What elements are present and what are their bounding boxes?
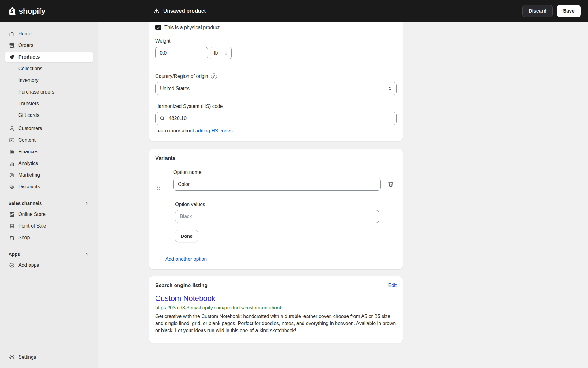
hs-code-label: Harmonized System (HS) code (155, 104, 397, 109)
sidebar-item-settings[interactable]: Settings (5, 352, 93, 362)
finances-bank-icon (9, 149, 15, 155)
sidebar-item-label: Customers (18, 126, 42, 131)
home-icon (9, 31, 15, 37)
sidebar-item-label: Online Store (18, 212, 46, 217)
sidebar-item-label: Settings (18, 355, 36, 360)
origin-select[interactable]: United States (155, 82, 397, 95)
topbar: shopify Unsaved product Discard Save (0, 0, 588, 22)
sidebar-item-content[interactable]: Content (5, 135, 93, 145)
seo-header: Search engine listing Edit (155, 282, 397, 289)
hs-codes-link[interactable]: adding HS codes (195, 128, 233, 133)
physical-product-checkbox[interactable] (155, 25, 161, 30)
main-area: This is a physical product Weight lb Cou… (98, 22, 588, 368)
option-name-input[interactable] (173, 178, 381, 191)
variant-option-row: Option name (155, 170, 397, 242)
sidebar-item-online-store[interactable]: Online Store (5, 209, 93, 220)
weight-unit-select[interactable]: lb (210, 47, 232, 59)
add-another-option-label: Add another option (165, 256, 207, 262)
seo-title: Search engine listing (155, 282, 208, 289)
unsaved-status: Unsaved product (153, 8, 206, 14)
drag-handle-icon[interactable] (155, 185, 161, 191)
sales-channels-header[interactable]: Sales channels (4, 198, 94, 208)
discard-button[interactable]: Discard (522, 5, 553, 17)
option-value-input[interactable] (175, 210, 379, 223)
sidebar-item-marketing[interactable]: Marketing (5, 170, 93, 180)
apps-header[interactable]: Apps (4, 249, 94, 259)
origin-label: Country/Region of origin (155, 74, 208, 79)
sidebar-item-gift-cards[interactable]: Gift cards (5, 110, 93, 121)
sidebar-item-collections[interactable]: Collections (5, 63, 93, 74)
shopify-logo[interactable]: shopify (7, 6, 45, 16)
sidebar-item-add-apps[interactable]: Add apps (5, 260, 93, 270)
option-fields: Option name (173, 170, 397, 242)
trash-icon (387, 181, 394, 188)
sidebar-item-inventory[interactable]: Inventory (5, 75, 93, 86)
sidebar-item-label: Purchase orders (18, 89, 54, 95)
physical-product-label: This is a physical product (164, 25, 220, 30)
sidebar-item-label: Orders (18, 43, 33, 48)
seo-card: Search engine listing Edit Custom Notebo… (149, 276, 403, 343)
option-name-row (173, 178, 397, 191)
origin-select-value: United States (160, 86, 190, 91)
select-updown-icon (223, 50, 229, 56)
seo-preview-page-title[interactable]: Custom Notebook (155, 294, 215, 303)
sidebar-item-point-of-sale[interactable]: Point of Sale (5, 221, 93, 231)
add-another-option-button[interactable]: Add another option (157, 256, 207, 262)
sidebar-item-purchase-orders[interactable]: Purchase orders (5, 87, 93, 97)
sidebar-item-analytics[interactable]: Analytics (5, 158, 93, 169)
save-button[interactable]: Save (557, 5, 581, 17)
hs-code-input[interactable] (155, 112, 397, 125)
orders-icon (9, 42, 15, 48)
sidebar-item-label: Shop (18, 235, 30, 240)
option-name-label: Option name (173, 170, 397, 175)
product-form-column: This is a physical product Weight lb Cou… (149, 22, 403, 355)
sidebar-item-label: Home (18, 31, 32, 36)
plus-icon (157, 256, 163, 262)
chevron-right-icon (84, 201, 89, 206)
delete-option-button[interactable] (387, 181, 394, 188)
online-store-icon (9, 211, 15, 217)
sidebar-item-customers[interactable]: Customers (5, 123, 93, 134)
products-tag-icon (9, 54, 15, 60)
settings-gear-icon (9, 354, 15, 360)
shopify-bag-icon (7, 6, 17, 16)
topbar-actions: Discard Save (522, 5, 581, 17)
shopify-wordmark: shopify (19, 6, 45, 16)
divider (149, 250, 403, 250)
sidebar-item-orders[interactable]: Orders (5, 40, 93, 51)
sidebar-item-label: Analytics (18, 161, 38, 166)
sidebar-item-products[interactable]: Products (5, 52, 93, 62)
weight-unit-value: lb (214, 50, 218, 56)
sidebar-item-shop[interactable]: Shop (5, 232, 93, 243)
unsaved-status-label: Unsaved product (163, 8, 206, 14)
sidebar-item-label: Add apps (18, 263, 39, 268)
sidebar-item-label: Content (18, 137, 36, 143)
variants-title: Variants (155, 155, 397, 161)
discounts-percent-icon (9, 184, 15, 190)
done-button[interactable]: Done (175, 230, 198, 242)
apps-label: Apps (9, 251, 20, 257)
warning-icon (153, 8, 160, 14)
option-values-label: Option values (175, 202, 397, 207)
help-icon[interactable]: ? (211, 73, 217, 79)
weight-input[interactable] (155, 47, 208, 59)
chevron-right-icon (84, 251, 89, 257)
hs-help-prefix: Learn more about (155, 128, 194, 133)
seo-preview-description: Get creative with the Custom Notebook: h… (155, 313, 397, 334)
search-icon (159, 115, 165, 121)
seo-edit-link[interactable]: Edit (388, 283, 397, 288)
seo-preview-url: https://03afd8-3.myshopify.com/products/… (155, 305, 397, 311)
add-apps-plus-icon (9, 262, 15, 268)
sidebar-item-label: Collections (18, 66, 42, 71)
sidebar-item-label: Marketing (18, 172, 40, 178)
sidebar-item-discounts[interactable]: Discounts (5, 182, 93, 192)
sidebar-item-finances[interactable]: Finances (5, 147, 93, 157)
divider (149, 66, 403, 66)
analytics-bars-icon (9, 160, 15, 167)
hs-help-text: Learn more about adding HS codes (155, 128, 397, 134)
select-updown-icon (387, 86, 393, 91)
weight-label: Weight (155, 38, 397, 44)
sidebar-item-transfers[interactable]: Transfers (5, 98, 93, 109)
weight-row: lb (155, 47, 397, 59)
sidebar-item-home[interactable]: Home (5, 29, 93, 39)
